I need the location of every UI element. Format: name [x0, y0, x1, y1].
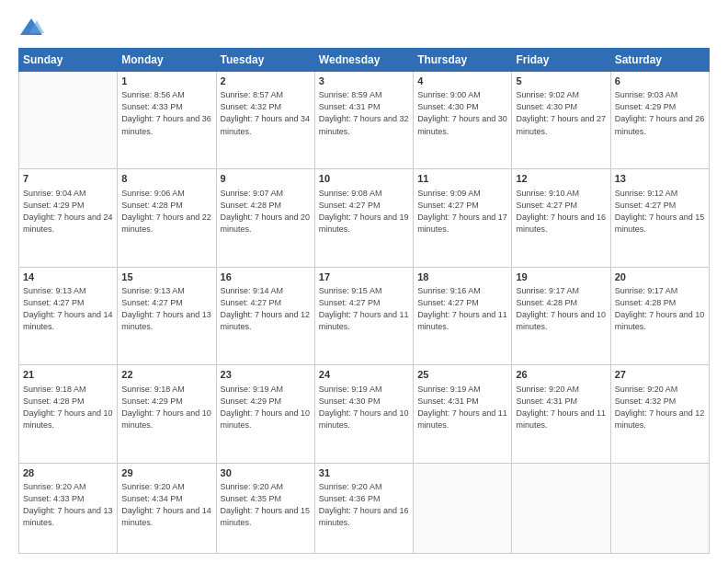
- day-info: Sunrise: 9:17 AM Sunset: 4:28 PM Dayligh…: [516, 285, 606, 333]
- page: SundayMondayTuesdayWednesdayThursdayFrid…: [0, 0, 728, 563]
- day-number: 28: [23, 466, 113, 480]
- day-number: 19: [516, 270, 606, 284]
- calendar-cell: 19Sunrise: 9:17 AM Sunset: 4:28 PM Dayli…: [512, 267, 610, 364]
- day-number: 8: [121, 172, 211, 186]
- day-info: Sunrise: 9:00 AM Sunset: 4:30 PM Dayligh…: [417, 89, 507, 137]
- calendar-cell: 28Sunrise: 9:20 AM Sunset: 4:33 PM Dayli…: [19, 463, 118, 553]
- week-row-1: 1Sunrise: 8:56 AM Sunset: 4:33 PM Daylig…: [19, 72, 710, 169]
- calendar-cell: [512, 463, 610, 553]
- calendar-cell: 13Sunrise: 9:12 AM Sunset: 4:27 PM Dayli…: [610, 169, 709, 267]
- day-info: Sunrise: 9:20 AM Sunset: 4:35 PM Dayligh…: [221, 481, 311, 529]
- day-info: Sunrise: 9:04 AM Sunset: 4:29 PM Dayligh…: [23, 188, 113, 236]
- logo-icon: [18, 15, 44, 40]
- calendar-cell: 1Sunrise: 8:56 AM Sunset: 4:33 PM Daylig…: [118, 72, 216, 169]
- calendar-cell: 2Sunrise: 8:57 AM Sunset: 4:32 PM Daylig…: [216, 72, 314, 169]
- day-info: Sunrise: 9:13 AM Sunset: 4:27 PM Dayligh…: [121, 285, 211, 333]
- header: [18, 15, 710, 40]
- day-number: 7: [23, 172, 113, 186]
- day-number: 5: [516, 75, 606, 88]
- calendar-cell: 5Sunrise: 9:02 AM Sunset: 4:30 PM Daylig…: [512, 72, 610, 169]
- calendar-cell: [414, 463, 512, 553]
- calendar-cell: 12Sunrise: 9:10 AM Sunset: 4:27 PM Dayli…: [512, 169, 610, 267]
- day-number: 22: [121, 368, 211, 382]
- day-number: 2: [221, 75, 311, 88]
- day-info: Sunrise: 9:03 AM Sunset: 4:29 PM Dayligh…: [615, 89, 705, 137]
- day-info: Sunrise: 8:57 AM Sunset: 4:32 PM Dayligh…: [221, 89, 311, 137]
- week-row-4: 21Sunrise: 9:18 AM Sunset: 4:28 PM Dayli…: [19, 365, 710, 463]
- day-info: Sunrise: 9:09 AM Sunset: 4:27 PM Dayligh…: [417, 188, 507, 236]
- day-number: 18: [417, 270, 507, 284]
- day-info: Sunrise: 9:19 AM Sunset: 4:30 PM Dayligh…: [319, 384, 409, 431]
- calendar-cell: 10Sunrise: 9:08 AM Sunset: 4:27 PM Dayli…: [314, 169, 413, 267]
- calendar-cell: 3Sunrise: 8:59 AM Sunset: 4:31 PM Daylig…: [314, 72, 413, 169]
- day-info: Sunrise: 9:17 AM Sunset: 4:28 PM Dayligh…: [615, 285, 705, 333]
- day-info: Sunrise: 9:08 AM Sunset: 4:27 PM Dayligh…: [319, 188, 409, 236]
- calendar-cell: 30Sunrise: 9:20 AM Sunset: 4:35 PM Dayli…: [216, 463, 314, 553]
- day-info: Sunrise: 9:18 AM Sunset: 4:29 PM Dayligh…: [121, 384, 211, 431]
- day-info: Sunrise: 9:13 AM Sunset: 4:27 PM Dayligh…: [23, 285, 113, 333]
- day-number: 25: [417, 368, 507, 382]
- calendar-cell: 31Sunrise: 9:20 AM Sunset: 4:36 PM Dayli…: [314, 463, 413, 553]
- calendar-cell: 25Sunrise: 9:19 AM Sunset: 4:31 PM Dayli…: [414, 365, 512, 463]
- day-info: Sunrise: 9:20 AM Sunset: 4:31 PM Dayligh…: [516, 384, 606, 431]
- day-info: Sunrise: 9:06 AM Sunset: 4:28 PM Dayligh…: [121, 188, 211, 236]
- logo: [18, 15, 48, 40]
- day-number: 31: [319, 466, 409, 480]
- calendar-cell: 22Sunrise: 9:18 AM Sunset: 4:29 PM Dayli…: [118, 365, 216, 463]
- calendar-cell: 16Sunrise: 9:14 AM Sunset: 4:27 PM Dayli…: [216, 267, 314, 364]
- calendar-table: SundayMondayTuesdayWednesdayThursdayFrid…: [18, 48, 710, 554]
- calendar-cell: 9Sunrise: 9:07 AM Sunset: 4:28 PM Daylig…: [216, 169, 314, 267]
- day-number: 11: [417, 172, 507, 186]
- day-info: Sunrise: 9:19 AM Sunset: 4:31 PM Dayligh…: [417, 384, 507, 431]
- day-number: 10: [319, 172, 409, 186]
- weekday-header-row: SundayMondayTuesdayWednesdayThursdayFrid…: [19, 49, 710, 72]
- day-info: Sunrise: 9:20 AM Sunset: 4:32 PM Dayligh…: [615, 384, 705, 431]
- calendar-cell: 15Sunrise: 9:13 AM Sunset: 4:27 PM Dayli…: [118, 267, 216, 364]
- weekday-header-thursday: Thursday: [414, 49, 512, 72]
- week-row-2: 7Sunrise: 9:04 AM Sunset: 4:29 PM Daylig…: [19, 169, 710, 267]
- calendar-cell: 17Sunrise: 9:15 AM Sunset: 4:27 PM Dayli…: [314, 267, 413, 364]
- day-info: Sunrise: 9:15 AM Sunset: 4:27 PM Dayligh…: [319, 285, 409, 333]
- day-info: Sunrise: 9:19 AM Sunset: 4:29 PM Dayligh…: [221, 384, 311, 431]
- day-number: 6: [615, 75, 705, 88]
- day-number: 4: [417, 75, 507, 88]
- day-number: 27: [615, 368, 705, 382]
- calendar-cell: 21Sunrise: 9:18 AM Sunset: 4:28 PM Dayli…: [19, 365, 118, 463]
- day-number: 21: [23, 368, 113, 382]
- calendar-cell: 11Sunrise: 9:09 AM Sunset: 4:27 PM Dayli…: [414, 169, 512, 267]
- weekday-header-tuesday: Tuesday: [216, 49, 314, 72]
- day-info: Sunrise: 9:20 AM Sunset: 4:33 PM Dayligh…: [23, 481, 113, 529]
- day-number: 14: [23, 270, 113, 284]
- day-number: 17: [319, 270, 409, 284]
- day-info: Sunrise: 9:02 AM Sunset: 4:30 PM Dayligh…: [516, 89, 606, 137]
- day-number: 29: [121, 466, 211, 480]
- day-info: Sunrise: 9:20 AM Sunset: 4:36 PM Dayligh…: [319, 481, 409, 529]
- weekday-header-monday: Monday: [118, 49, 216, 72]
- day-number: 24: [319, 368, 409, 382]
- day-info: Sunrise: 9:18 AM Sunset: 4:28 PM Dayligh…: [23, 384, 113, 431]
- calendar-cell: 24Sunrise: 9:19 AM Sunset: 4:30 PM Dayli…: [314, 365, 413, 463]
- week-row-3: 14Sunrise: 9:13 AM Sunset: 4:27 PM Dayli…: [19, 267, 710, 364]
- day-number: 30: [221, 466, 311, 480]
- day-number: 9: [221, 172, 311, 186]
- calendar-cell: 26Sunrise: 9:20 AM Sunset: 4:31 PM Dayli…: [512, 365, 610, 463]
- weekday-header-friday: Friday: [512, 49, 610, 72]
- weekday-header-saturday: Saturday: [610, 49, 709, 72]
- day-number: 12: [516, 172, 606, 186]
- calendar-cell: [610, 463, 709, 553]
- day-info: Sunrise: 9:07 AM Sunset: 4:28 PM Dayligh…: [221, 188, 311, 236]
- weekday-header-wednesday: Wednesday: [314, 49, 413, 72]
- day-number: 1: [121, 75, 211, 88]
- day-number: 26: [516, 368, 606, 382]
- calendar-cell: 6Sunrise: 9:03 AM Sunset: 4:29 PM Daylig…: [610, 72, 709, 169]
- calendar-cell: 18Sunrise: 9:16 AM Sunset: 4:27 PM Dayli…: [414, 267, 512, 364]
- weekday-header-sunday: Sunday: [19, 49, 118, 72]
- day-number: 13: [615, 172, 705, 186]
- day-number: 20: [615, 270, 705, 284]
- day-info: Sunrise: 9:12 AM Sunset: 4:27 PM Dayligh…: [615, 188, 705, 236]
- day-info: Sunrise: 9:20 AM Sunset: 4:34 PM Dayligh…: [121, 481, 211, 529]
- day-number: 16: [221, 270, 311, 284]
- day-info: Sunrise: 9:10 AM Sunset: 4:27 PM Dayligh…: [516, 188, 606, 236]
- calendar-cell: 27Sunrise: 9:20 AM Sunset: 4:32 PM Dayli…: [610, 365, 709, 463]
- day-info: Sunrise: 8:59 AM Sunset: 4:31 PM Dayligh…: [319, 89, 409, 137]
